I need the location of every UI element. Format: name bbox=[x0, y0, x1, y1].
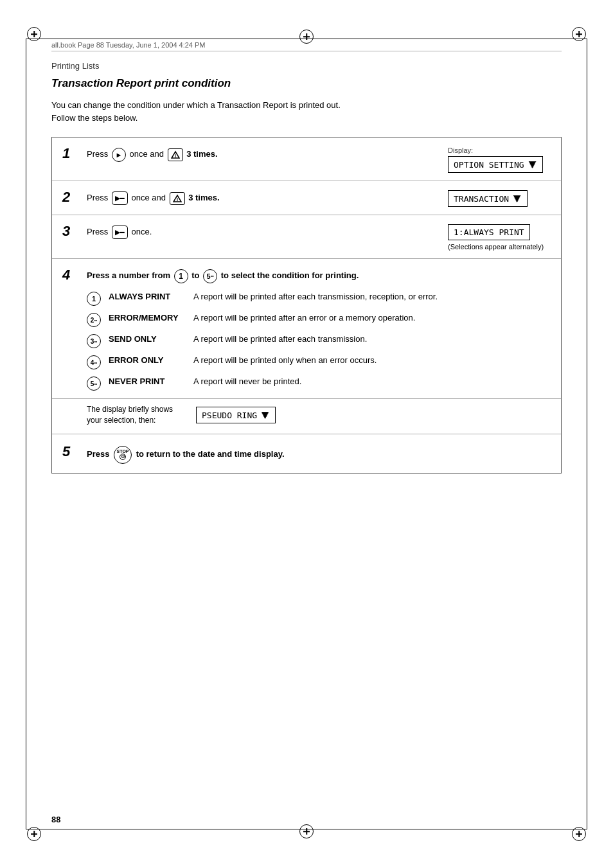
sub-item-2-name: ERROR/MEMORY bbox=[109, 312, 186, 323]
step-5-instruction: Press STOP ⊙ to return to the date and t… bbox=[87, 443, 551, 464]
key-1-from-icon: 1 bbox=[174, 269, 188, 283]
step-2-display-box: TRANSACTION ⯆ bbox=[448, 190, 528, 207]
step-3-row: 3 Press ▶▬ once. 1:ALWAYS PRINT (Selecti… bbox=[52, 215, 561, 259]
sub-item-3: 3∞ SEND ONLY A report will be printed af… bbox=[87, 333, 551, 348]
bottom-center-cross bbox=[299, 824, 314, 838]
sub-key-5-icon: 5∞ bbox=[87, 376, 101, 391]
step-1-display-text: OPTION SETTING bbox=[454, 160, 524, 170]
step-4-sub-items: 1 ALWAYS PRINT A report will be printed … bbox=[52, 286, 561, 399]
intro-line2: Follow the steps below. bbox=[51, 112, 562, 125]
sub-key-1-icon: 1 bbox=[87, 292, 101, 306]
sub-item-3-desc: A report will be printed after each tran… bbox=[193, 333, 551, 345]
page-number: 88 bbox=[51, 815, 60, 824]
sub-item-5-name: NEVER PRINT bbox=[109, 376, 186, 386]
step-1-instruction: Press ► once and 3 times. bbox=[87, 145, 435, 162]
pseudo-ring-display-box: PSEUDO RING ⯆ bbox=[196, 407, 276, 423]
sub-item-1-desc: A report will be printed after each tran… bbox=[193, 291, 551, 303]
step-3-display-text: 1:ALWAYS PRINT bbox=[454, 227, 524, 237]
sub-item-4-desc: A report will be printed only when an er… bbox=[193, 355, 551, 366]
up-arrow-1-icon bbox=[168, 148, 183, 161]
sub-key-4-icon: 4∞ bbox=[87, 355, 101, 369]
intro-text: You can change the condition under which… bbox=[51, 99, 562, 124]
section-label: Printing Lists bbox=[51, 61, 99, 71]
main-content: Transaction Report print condition You c… bbox=[51, 77, 562, 474]
step-2-instruction: Press ▶▬ once and 3 times. bbox=[87, 189, 435, 205]
step-2-row: 2 Press ▶▬ once and 3 times. TRANSACTION… bbox=[52, 181, 561, 215]
page-left-border bbox=[26, 39, 26, 829]
step-2-display-arrow: ⯆ bbox=[513, 193, 522, 204]
sub-item-5: 5∞ NEVER PRINT A report will never be pr… bbox=[87, 376, 551, 391]
sub-item-2-desc: A report will be printed after an error … bbox=[193, 312, 551, 324]
step-1-display: Display: OPTION SETTING ⯆ bbox=[435, 145, 551, 173]
sub-item-1-name: ALWAYS PRINT bbox=[109, 291, 186, 301]
step-4-header-row: 4 Press a number from 1 to 5∞ to select … bbox=[52, 259, 561, 286]
step-3-display: 1:ALWAYS PRINT (Selections appear altern… bbox=[435, 223, 551, 251]
key-5-to-icon: 5∞ bbox=[203, 269, 217, 283]
step-1-number: 1 bbox=[62, 145, 82, 162]
step-5-number: 5 bbox=[62, 443, 82, 460]
step-4-bottom: The display briefly shows your selection… bbox=[52, 399, 561, 434]
set-key-2-icon: ▶▬ bbox=[112, 191, 128, 205]
step-3-display-box: 1:ALWAYS PRINT bbox=[448, 224, 530, 240]
step-1-display-box: OPTION SETTING ⯆ bbox=[448, 156, 543, 173]
sub-item-4-name: ERROR ONLY bbox=[109, 355, 186, 365]
page-title: Transaction Report print condition bbox=[51, 77, 562, 90]
sub-key-2-icon: 2∞ bbox=[87, 313, 101, 327]
top-center-cross bbox=[299, 30, 314, 44]
sub-item-1: 1 ALWAYS PRINT A report will be printed … bbox=[87, 291, 551, 306]
steps-box: 1 Press ► once and 3 times. Display: OPT… bbox=[51, 137, 562, 474]
step-2-number: 2 bbox=[62, 189, 82, 206]
step-3-instruction: Press ▶▬ once. bbox=[87, 223, 435, 239]
intro-line1: You can change the condition under which… bbox=[51, 99, 562, 112]
sub-item-5-desc: A report will never be printed. bbox=[193, 376, 551, 387]
up-arrow-2-icon bbox=[170, 192, 185, 205]
step-5-row: 5 Press STOP ⊙ to return to the date and… bbox=[52, 434, 561, 473]
step-4-number: 4 bbox=[62, 267, 82, 283]
step-2-display: TRANSACTION ⯆ bbox=[435, 189, 551, 207]
step-3-number: 3 bbox=[62, 223, 82, 240]
step-3-display-sub: (Selections appear alternately) bbox=[448, 243, 551, 251]
menu-key-icon: ► bbox=[112, 148, 126, 162]
stop-key-icon: STOP ⊙ bbox=[114, 446, 132, 464]
sub-item-3-name: SEND ONLY bbox=[109, 333, 186, 344]
step-2-display-text: TRANSACTION bbox=[454, 194, 509, 204]
step-4-instruction: Press a number from 1 to 5∞ to select th… bbox=[87, 267, 551, 283]
step-1-row: 1 Press ► once and 3 times. Display: OPT… bbox=[52, 137, 561, 181]
step-1-display-arrow: ⯆ bbox=[528, 159, 537, 170]
sub-item-4: 4∞ ERROR ONLY A report will be printed o… bbox=[87, 355, 551, 369]
sub-key-3-icon: 3∞ bbox=[87, 334, 101, 348]
step-4-bottom-text: The display briefly shows your selection… bbox=[87, 404, 190, 426]
step-1-display-label: Display: bbox=[448, 146, 551, 154]
sub-item-2: 2∞ ERROR/MEMORY A report will be printed… bbox=[87, 312, 551, 327]
pseudo-ring-arrow-icon: ⯆ bbox=[261, 410, 270, 420]
step-4-pseudo-ring-display: PSEUDO RING ⯆ bbox=[196, 407, 276, 423]
page-right-border bbox=[587, 39, 587, 829]
pseudo-ring-text: PSEUDO RING bbox=[202, 411, 257, 420]
set-key-3-icon: ▶▬ bbox=[112, 226, 128, 239]
